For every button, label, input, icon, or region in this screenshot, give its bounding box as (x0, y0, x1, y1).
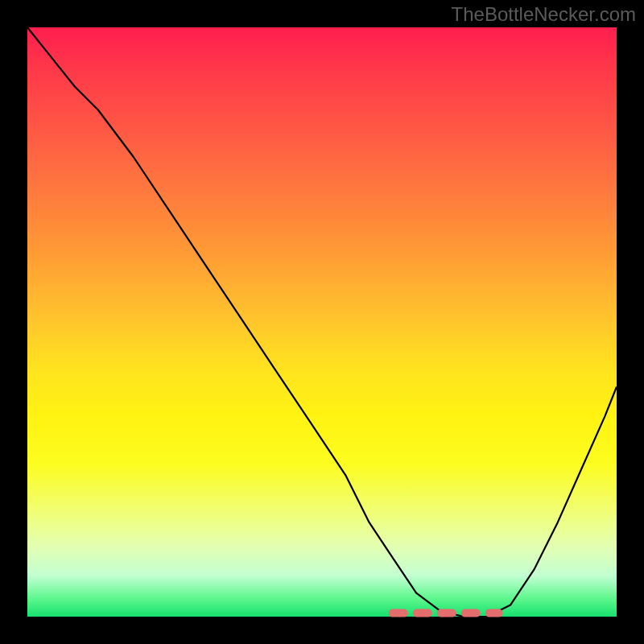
plot-area (27, 27, 617, 617)
watermark-text: TheBottleNecker.com (452, 3, 636, 26)
bottleneck-curve (27, 27, 617, 617)
chart-frame: TheBottleNecker.com (0, 0, 644, 644)
chart-svg (27, 27, 617, 617)
